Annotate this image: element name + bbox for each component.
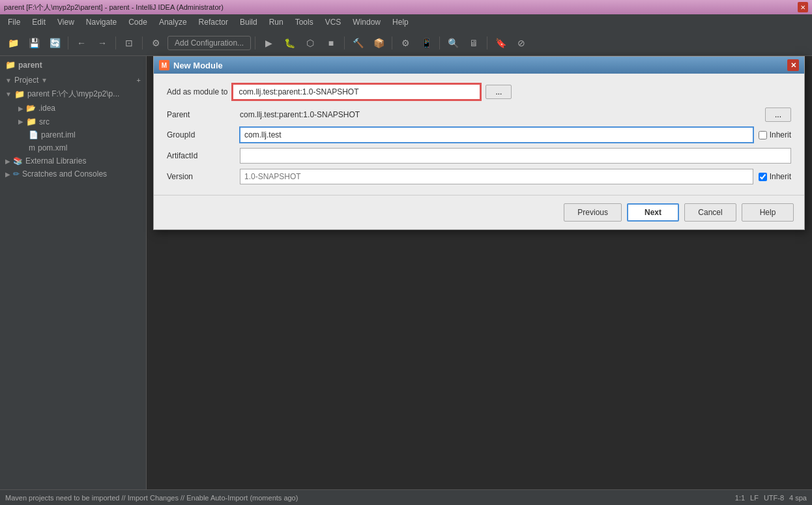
dialog-title-bar: M New Module ✕ xyxy=(154,57,804,74)
groupid-row: Inherit xyxy=(240,127,791,143)
library-icon: 📚 xyxy=(13,156,23,166)
menu-help[interactable]: Help xyxy=(387,16,414,28)
module-form: Parent com.llj.test:parent:1.0-SNAPSHOT … xyxy=(167,108,791,184)
add-content-root-icon[interactable]: + xyxy=(137,76,141,84)
status-position: 1:1 xyxy=(735,494,745,502)
toolbar-play-btn[interactable]: ▶ xyxy=(259,34,278,52)
menu-refactor[interactable]: Refactor xyxy=(194,16,233,28)
add-configuration-button[interactable]: Add Configuration... xyxy=(167,36,251,50)
toolbar-sep-4 xyxy=(255,36,255,50)
title-bar-close-btn[interactable]: ✕ xyxy=(798,2,808,12)
menu-vcs[interactable]: VCS xyxy=(320,16,347,28)
groupid-inherit-label: Inherit xyxy=(759,130,791,139)
version-input[interactable] xyxy=(240,169,753,184)
groupid-inherit-checkbox[interactable] xyxy=(759,131,767,139)
menu-tools[interactable]: Tools xyxy=(290,16,319,28)
toolbar-search-btn[interactable]: 🔍 xyxy=(444,34,462,52)
toolbar-save-btn[interactable]: 💾 xyxy=(25,34,43,52)
sidebar-item-src[interactable]: ▶ 📁 src xyxy=(0,115,146,128)
toolbar-sep-7 xyxy=(439,36,440,50)
menu-build[interactable]: Build xyxy=(235,16,263,28)
toolbar-open-btn[interactable]: 📁 xyxy=(4,34,22,52)
menu-edit[interactable]: Edit xyxy=(27,16,51,28)
parent-arrow-icon: ▼ xyxy=(5,91,12,98)
sidebar-item-project[interactable]: ▼ Project ▾ + xyxy=(0,74,146,87)
toolbar-no-btn[interactable]: ⊘ xyxy=(512,34,530,52)
toolbar-settings-btn[interactable]: ⚙ xyxy=(396,34,414,52)
toolbar-coverage-btn[interactable]: ⬡ xyxy=(301,34,319,52)
dialog-icon: M xyxy=(159,60,169,70)
next-button[interactable]: Next xyxy=(627,203,679,222)
status-encoding: UTF-8 xyxy=(764,494,784,502)
status-bar-right: 1:1 LF UTF-8 4 spa xyxy=(735,494,807,502)
sidebar-folder-icon: 📁 xyxy=(5,60,16,70)
toolbar-stop-btn[interactable]: ■ xyxy=(322,34,340,52)
menu-code[interactable]: Code xyxy=(123,16,152,28)
menu-file[interactable]: File xyxy=(3,16,25,28)
src-arrow-icon: ▶ xyxy=(18,118,23,125)
add-as-module-browse-button[interactable]: ... xyxy=(486,85,512,99)
sidebar-item-idea[interactable]: ▶ 📂 .idea xyxy=(0,102,146,115)
help-button[interactable]: Help xyxy=(742,203,794,222)
sidebar-item-pom-label: pom.xml xyxy=(38,143,67,152)
dialog-close-button[interactable]: ✕ xyxy=(787,59,799,71)
parent-label: Parent xyxy=(167,110,232,119)
dialog-content: Add as module to com.llj.test:parent:1.0… xyxy=(154,74,804,195)
groupid-input[interactable] xyxy=(240,127,753,143)
scratch-arrow-icon: ▶ xyxy=(5,171,10,178)
previous-button[interactable]: Previous xyxy=(564,203,622,222)
sidebar-item-scratches[interactable]: ▶ ✏ Scratches and Consoles xyxy=(0,167,146,180)
pom-file-icon: m xyxy=(29,143,35,152)
sidebar-item-parent[interactable]: ▼ 📁 parent F:\个人\myp2p2\p... xyxy=(0,87,146,102)
parent-row: com.llj.test:parent:1.0-SNAPSHOT ... xyxy=(240,108,791,122)
menu-view[interactable]: View xyxy=(52,16,80,28)
title-bar-text: parent [F:\个人\myp2p2\parent] - parent - … xyxy=(4,3,798,12)
new-module-dialog: M New Module ✕ Add as module to com.llj.… xyxy=(153,56,805,230)
toolbar-sep-6 xyxy=(392,36,392,50)
menu-run[interactable]: Run xyxy=(264,16,289,28)
sidebar-item-project-label: Project xyxy=(14,76,38,85)
cancel-button[interactable]: Cancel xyxy=(684,203,736,222)
toolbar-device-btn[interactable]: 📱 xyxy=(417,34,435,52)
iml-file-icon: 📄 xyxy=(29,130,38,139)
status-bar: Maven projects need to be imported // Im… xyxy=(0,489,812,505)
add-as-module-label: Add as module to xyxy=(167,87,227,96)
sidebar-header: 📁 parent xyxy=(0,56,146,74)
sidebar-header-label: parent xyxy=(18,61,42,70)
toolbar-remote-btn[interactable]: 🖥 xyxy=(465,34,483,52)
toolbar-back-btn[interactable]: ← xyxy=(72,34,91,52)
menu-window[interactable]: Window xyxy=(347,16,386,28)
sidebar-item-pom[interactable]: m pom.xml xyxy=(0,141,146,154)
toolbar-forward-btn[interactable]: → xyxy=(93,34,111,52)
menu-analyze[interactable]: Analyze xyxy=(154,16,192,28)
toolbar-window-btn[interactable]: ⊡ xyxy=(120,34,138,52)
sidebar-item-parent-label: parent F:\个人\myp2p2\p... xyxy=(27,89,119,100)
sidebar-item-iml[interactable]: 📄 parent.iml xyxy=(0,128,146,141)
sidebar-item-src-label: src xyxy=(39,117,50,126)
toolbar-sep-2 xyxy=(115,36,116,50)
toolbar-sep-1 xyxy=(68,36,68,50)
sidebar-item-external-libraries[interactable]: ▶ 📚 External Libraries xyxy=(0,154,146,167)
toolbar-debug-btn[interactable]: 🐛 xyxy=(280,34,298,52)
version-inherit-checkbox[interactable] xyxy=(759,173,767,181)
parent-folder-icon: 📁 xyxy=(14,89,25,99)
toolbar-sep-3 xyxy=(142,36,143,50)
status-line-ending: LF xyxy=(750,494,759,502)
toolbar-sync-btn[interactable]: 🔄 xyxy=(46,34,64,52)
version-inherit-label: Inherit xyxy=(759,172,791,181)
menu-navigate[interactable]: Navigate xyxy=(81,16,122,28)
toolbar-bookmark-btn[interactable]: 🔖 xyxy=(491,34,510,52)
version-row: Inherit xyxy=(240,169,791,184)
toolbar-artifact-btn[interactable]: 📦 xyxy=(370,34,388,52)
main-layout: 📁 parent ▼ Project ▾ + ▼ 📁 parent F:\个人\… xyxy=(0,56,812,489)
toolbar-run-config-icon: ⚙ xyxy=(147,34,165,52)
parent-value: com.llj.test:parent:1.0-SNAPSHOT xyxy=(240,110,360,119)
groupid-inherit-text: Inherit xyxy=(770,130,791,139)
title-bar: parent [F:\个人\myp2p2\parent] - parent - … xyxy=(0,0,812,14)
toolbar-sep-8 xyxy=(487,36,487,50)
add-as-module-row: Add as module to com.llj.test:parent:1.0… xyxy=(167,84,791,100)
parent-browse-button[interactable]: ... xyxy=(765,108,791,122)
toolbar-build-btn[interactable]: 🔨 xyxy=(349,34,367,52)
artifactid-input[interactable] xyxy=(240,148,791,164)
version-inherit-text: Inherit xyxy=(770,172,791,181)
